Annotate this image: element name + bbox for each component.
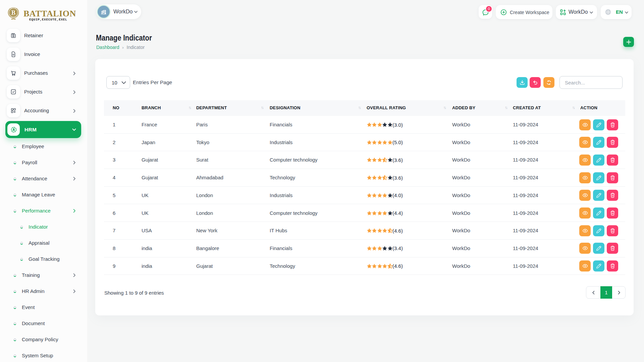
svg-text:B: B [11,9,15,16]
